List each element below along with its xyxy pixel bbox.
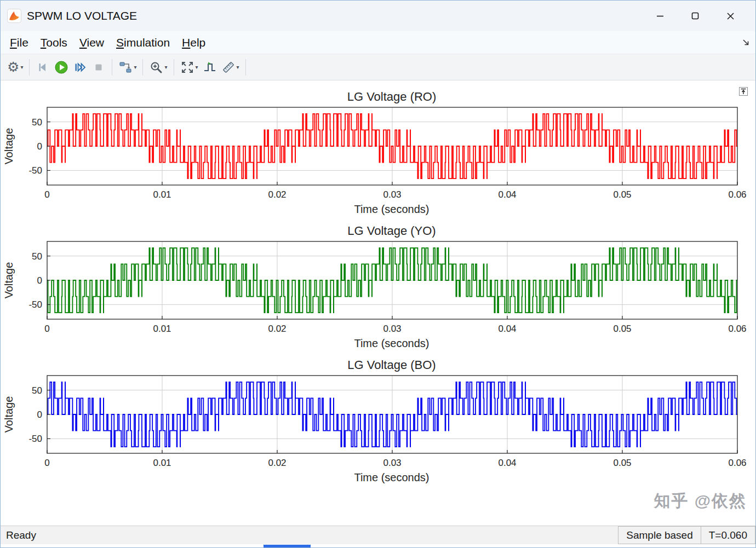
svg-text:0: 0 [37, 141, 42, 152]
chevron-down-icon: ▾ [20, 64, 23, 70]
minimize-icon [656, 12, 664, 20]
fit-to-view-button[interactable]: ▾ [178, 57, 201, 77]
waveform-plot-yo: 00.010.020.030.040.050.06-50050 [17, 240, 755, 336]
svg-text:0.06: 0.06 [728, 189, 746, 200]
zoom-button[interactable]: ▾ [147, 57, 169, 77]
status-bar: Ready Sample based T=0.060 [1, 526, 755, 544]
close-button[interactable] [713, 1, 748, 31]
svg-text:0.04: 0.04 [498, 458, 516, 468]
svg-text:0.03: 0.03 [383, 324, 401, 334]
svg-text:0.05: 0.05 [613, 458, 631, 468]
scope-window: SPWM LO VOLTAGE File Tools View Simulati… [0, 0, 756, 548]
toolbar-separator [245, 59, 246, 76]
svg-text:0.02: 0.02 [268, 458, 286, 468]
stop-button[interactable] [89, 57, 108, 77]
minimize-button[interactable] [643, 1, 678, 31]
simulink-blocks-button[interactable]: ▾ [116, 57, 139, 77]
svg-text:0.05: 0.05 [613, 189, 631, 200]
scope-canvas: LG Voltage (RO) Voltage 00.010.020.030.0… [1, 80, 755, 526]
menu-help[interactable]: Help [176, 33, 211, 52]
status-sample-mode: Sample based [618, 526, 701, 544]
window-title: SPWM LO VOLTAGE [27, 9, 137, 22]
y-axis-label-bo: Voltage [3, 396, 15, 433]
svg-text:0.01: 0.01 [153, 458, 171, 468]
svg-text:0.01: 0.01 [153, 324, 171, 334]
step-back-icon [36, 61, 49, 74]
x-axis-label-ro: Time (seconds) [1, 201, 755, 217]
svg-text:0.05: 0.05 [613, 324, 631, 334]
plot-title-yo: LG Voltage (YO) [1, 222, 755, 240]
fit-to-view-icon [180, 60, 194, 74]
y-axis-label-yo: Voltage [3, 262, 15, 299]
run-button[interactable] [52, 57, 71, 77]
trigger-button[interactable] [201, 57, 219, 77]
svg-text:0: 0 [44, 324, 49, 334]
step-forward-icon [73, 61, 87, 74]
zoom-icon [149, 60, 163, 74]
plot-title-bo: LG Voltage (BO) [1, 356, 755, 374]
dock-arrow-icon[interactable] [742, 38, 750, 47]
x-axis-label-bo: Time (seconds) [1, 470, 755, 485]
close-icon [726, 12, 735, 20]
ruler-icon [221, 60, 236, 74]
svg-text:0.06: 0.06 [728, 458, 746, 468]
menu-simulation[interactable]: Simulation [110, 33, 176, 52]
menu-bar: File Tools View Simulation Help [1, 31, 755, 54]
status-spacer [36, 526, 618, 544]
svg-text:0.01: 0.01 [153, 189, 171, 200]
subplot-ro: LG Voltage (RO) Voltage 00.010.020.030.0… [1, 88, 755, 217]
chevron-down-icon: ▾ [237, 64, 239, 70]
chevron-down-icon: ▾ [134, 64, 136, 70]
svg-text:-50: -50 [28, 434, 42, 444]
watermark: 知乎 @依然 [654, 490, 747, 512]
matlab-logo-icon [7, 9, 21, 23]
toolbar-separator [29, 59, 30, 76]
svg-text:50: 50 [32, 117, 42, 128]
maximize-button[interactable] [678, 1, 713, 31]
svg-text:0.04: 0.04 [498, 189, 516, 200]
subplot-yo: LG Voltage (YO) Voltage 00.010.020.030.0… [1, 222, 755, 351]
status-sim-time: T=0.060 [701, 526, 755, 544]
toolbar-separator [142, 59, 143, 76]
bottom-strip [1, 544, 755, 547]
svg-text:50: 50 [32, 251, 42, 262]
status-ready: Ready [1, 526, 36, 544]
gear-icon: ⚙ [7, 60, 19, 74]
chevron-down-icon: ▾ [196, 64, 198, 70]
svg-text:0.06: 0.06 [728, 324, 746, 334]
maximize-icon [691, 12, 699, 20]
stop-icon [92, 61, 105, 74]
x-axis-label-yo: Time (seconds) [1, 336, 755, 351]
dock-up-icon [739, 87, 748, 96]
measurements-button[interactable]: ▾ [219, 57, 242, 77]
blocks-icon [118, 60, 133, 74]
step-forward-button[interactable] [71, 57, 89, 77]
y-axis-label-ro: Voltage [3, 128, 15, 165]
svg-text:0.02: 0.02 [268, 324, 286, 334]
menu-view[interactable]: View [73, 33, 110, 52]
svg-text:0: 0 [37, 409, 42, 420]
svg-text:50: 50 [32, 385, 42, 396]
subplot-bo: LG Voltage (BO) Voltage 00.010.020.030.0… [1, 356, 755, 485]
toolbar-separator [112, 59, 112, 76]
menu-file[interactable]: File [4, 33, 35, 52]
toolbar: ⚙ ▾ ▾ ▾ [1, 54, 755, 80]
settings-button[interactable]: ⚙ ▾ [5, 57, 25, 77]
trigger-icon [203, 60, 217, 74]
waveform-plot-bo: 00.010.020.030.040.050.06-50050 [17, 374, 755, 470]
run-icon [54, 60, 68, 74]
step-back-button[interactable] [33, 57, 52, 77]
svg-text:0.03: 0.03 [383, 189, 401, 200]
dock-up-button[interactable] [738, 86, 749, 97]
waveform-plot-ro: 00.010.020.030.040.050.06-50050 [17, 106, 755, 201]
title-bar: SPWM LO VOLTAGE [1, 1, 755, 31]
svg-text:-50: -50 [28, 299, 42, 310]
plot-title-ro: LG Voltage (RO) [1, 88, 755, 106]
bottom-blue-bar [264, 545, 311, 547]
chevron-down-icon: ▾ [164, 64, 167, 70]
toolbar-separator [174, 59, 174, 76]
menu-tools[interactable]: Tools [35, 33, 73, 52]
svg-text:0.03: 0.03 [383, 458, 401, 468]
svg-text:0: 0 [44, 458, 49, 468]
svg-text:0: 0 [44, 189, 49, 200]
